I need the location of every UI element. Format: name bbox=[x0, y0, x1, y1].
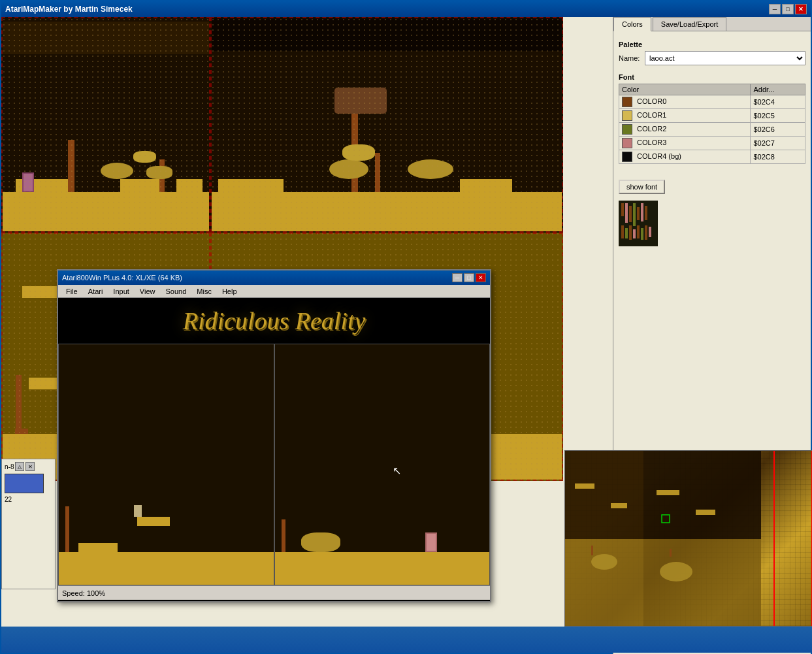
tab-save-load[interactable]: Save/Load/Export bbox=[653, 17, 726, 31]
rock-3 bbox=[133, 151, 156, 163]
map-quad-tr[interactable] bbox=[210, 17, 563, 233]
emu-minimize-btn[interactable]: ─ bbox=[452, 273, 463, 282]
maximize-button[interactable]: □ bbox=[782, 4, 794, 14]
emulator-window[interactable]: Atari800Win PLus 4.0: XL/XE (64 KB) ─ □ … bbox=[57, 269, 491, 602]
emulator-title-text: Atari800Win PLus 4.0: XL/XE (64 KB) bbox=[62, 274, 182, 282]
cactus-1 bbox=[68, 140, 74, 192]
name-label: Name: bbox=[619, 54, 645, 62]
color-name-3: COLOR3 bbox=[637, 139, 666, 146]
emulator-controls: ─ □ ✕ bbox=[452, 273, 486, 282]
emu-maximize-btn[interactable]: □ bbox=[464, 273, 474, 282]
color-swatch-3 bbox=[622, 138, 632, 148]
game-title: Ridiculous Reality bbox=[183, 306, 366, 335]
rock-tr-2 bbox=[342, 144, 375, 161]
table-row[interactable]: COLOR2 $02C6 bbox=[619, 123, 805, 137]
show-font-button[interactable]: show font bbox=[619, 180, 665, 194]
menu-misc[interactable]: Misc bbox=[193, 286, 216, 297]
svg-rect-19 bbox=[643, 539, 761, 626]
svg-point-25 bbox=[660, 562, 692, 581]
svg-rect-13 bbox=[641, 228, 643, 240]
palette-label: Palette bbox=[619, 41, 805, 48]
title-bar-controls: ─ □ ✕ bbox=[769, 4, 807, 14]
menu-atari[interactable]: Atari bbox=[84, 286, 107, 297]
color-cell-4: COLOR4 (bg) bbox=[619, 150, 751, 164]
tab-colors[interactable]: Colors bbox=[613, 17, 651, 31]
font-label: Font bbox=[619, 73, 805, 81]
color-cell-3: COLOR3 bbox=[619, 137, 751, 150]
color-name-0: COLOR0 bbox=[637, 97, 666, 105]
ceiling-tl bbox=[3, 22, 209, 54]
close-button[interactable]: ✕ bbox=[795, 4, 807, 14]
game-title-screen: Ridiculous Reality bbox=[58, 298, 490, 344]
side-panel-close-btn[interactable]: ✕ bbox=[25, 462, 35, 471]
colors-content: Palette Name: laoo.act default.act custo… bbox=[613, 31, 811, 252]
minimize-button[interactable]: ─ bbox=[769, 4, 781, 14]
svg-rect-23 bbox=[696, 510, 715, 515]
cactus-bl-1 bbox=[16, 375, 22, 434]
svg-rect-16 bbox=[565, 451, 643, 539]
ceiling-tr bbox=[212, 18, 562, 51]
palette-row: Name: laoo.act default.act custom.act bbox=[619, 51, 805, 65]
game-cactus-r bbox=[282, 519, 285, 552]
tree-top bbox=[334, 88, 387, 114]
svg-rect-4 bbox=[633, 203, 636, 226]
svg-rect-12 bbox=[637, 225, 640, 238]
svg-rect-7 bbox=[645, 206, 647, 220]
emulator-speed: Speed: 100% bbox=[62, 589, 105, 597]
side-panel-title-row: n-8 △ ✕ bbox=[5, 462, 52, 471]
rock-2 bbox=[146, 166, 172, 179]
game-ground-r bbox=[275, 552, 490, 585]
color-swatch-0 bbox=[622, 97, 632, 107]
minimap-red-border bbox=[773, 451, 812, 626]
platform-tr-1 bbox=[218, 179, 284, 192]
title-bar: AtariMapMaker by Martin Simecek ─ □ ✕ bbox=[1, 1, 811, 17]
game-plat-l1 bbox=[78, 543, 118, 552]
emu-close-btn[interactable]: ✕ bbox=[476, 273, 486, 282]
menu-view[interactable]: View bbox=[136, 286, 159, 297]
font-preview bbox=[619, 201, 658, 246]
game-section-left bbox=[58, 344, 274, 585]
side-panel-left: n-8 △ ✕ 22 bbox=[1, 459, 56, 589]
game-plat-l2 bbox=[137, 517, 170, 526]
svg-rect-27 bbox=[670, 549, 672, 557]
color-swatch-1 bbox=[622, 110, 632, 121]
svg-rect-20 bbox=[575, 483, 594, 489]
svg-rect-18 bbox=[565, 539, 643, 626]
table-row[interactable]: COLOR1 $02C5 bbox=[619, 109, 805, 123]
color-swatch-4 bbox=[622, 152, 632, 162]
addr-cell-4: $02C8 bbox=[751, 150, 805, 164]
svg-rect-11 bbox=[633, 229, 636, 238]
game-section-right: ↖ bbox=[274, 344, 491, 585]
game-ground-l bbox=[59, 552, 274, 585]
door-tl bbox=[22, 172, 34, 192]
addr-cell-3: $02C7 bbox=[751, 137, 805, 150]
emulator-menubar: File Atari Input View Sound Misc Help bbox=[58, 285, 490, 298]
color-cell-2: COLOR2 bbox=[619, 123, 751, 137]
emulator-screen: Ridiculous Reality bbox=[58, 298, 490, 585]
addr-cell-0: $02C4 bbox=[751, 95, 805, 109]
color-name-1: COLOR1 bbox=[637, 111, 666, 119]
minimap-area[interactable] bbox=[564, 450, 812, 627]
ground-tl bbox=[3, 192, 209, 231]
svg-rect-14 bbox=[645, 225, 647, 240]
col-header-addr: Addr... bbox=[751, 84, 805, 95]
side-panel-collapse-btn[interactable]: △ bbox=[15, 462, 24, 471]
menu-sound[interactable]: Sound bbox=[161, 286, 190, 297]
row-number: 22 bbox=[5, 496, 52, 503]
map-quad-tl[interactable] bbox=[1, 17, 210, 233]
color-cell-1: COLOR1 bbox=[619, 109, 751, 123]
palette-dropdown[interactable]: laoo.act default.act custom.act bbox=[645, 51, 805, 65]
svg-rect-10 bbox=[629, 225, 632, 240]
main-window: AtariMapMaker by Martin Simecek ─ □ ✕ bbox=[0, 0, 812, 654]
color-name-4: COLOR4 (bg) bbox=[637, 152, 681, 160]
color-table: Color Addr... COLOR0 $02C4 bbox=[619, 84, 805, 164]
app-title: AtariMapMaker by Martin Simecek bbox=[5, 5, 133, 14]
menu-file[interactable]: File bbox=[62, 286, 82, 297]
menu-help[interactable]: Help bbox=[218, 286, 241, 297]
font-preview-svg bbox=[619, 201, 658, 246]
table-row[interactable]: COLOR3 $02C7 bbox=[619, 137, 805, 150]
menu-input[interactable]: Input bbox=[109, 286, 133, 297]
table-row[interactable]: COLOR4 (bg) $02C8 bbox=[619, 150, 805, 164]
table-row[interactable]: COLOR0 $02C4 bbox=[619, 95, 805, 109]
minimap-image bbox=[565, 451, 812, 626]
